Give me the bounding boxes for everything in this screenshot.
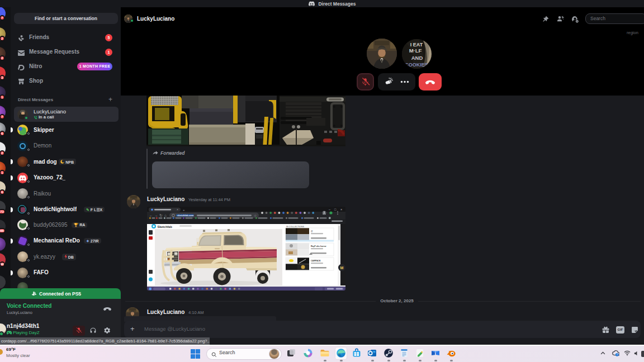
- svg-text:I EAT: I EAT: [410, 42, 423, 47]
- svg-text:sketchfab.com: sketchfab.com: [177, 214, 194, 217]
- svg-text:M·LF: M·LF: [409, 47, 422, 54]
- svg-text:IN COLLECTIONS: IN COLLECTIONS: [286, 226, 305, 228]
- svg-text:Sketchfab: Sketchfab: [158, 225, 173, 228]
- svg-text:+: +: [183, 208, 185, 212]
- svg-text:i: i: [617, 353, 617, 356]
- svg-text:CARPACK: CARPACK: [311, 260, 321, 262]
- svg-text:→: →: [154, 213, 158, 217]
- svg-text:RayF ahs horror: RayF ahs horror: [311, 245, 326, 247]
- svg-text:AND: AND: [411, 55, 423, 61]
- svg-text:☆: ☆: [254, 214, 257, 217]
- svg-text:M: M: [340, 266, 344, 270]
- svg-text:×: ×: [177, 208, 178, 211]
- svg-text:⌂: ⌂: [164, 213, 167, 217]
- svg-text:@: @: [311, 230, 313, 232]
- svg-text:↻: ↻: [159, 213, 162, 217]
- svg-text:×: ×: [340, 208, 342, 211]
- svg-text:←: ←: [149, 213, 153, 217]
